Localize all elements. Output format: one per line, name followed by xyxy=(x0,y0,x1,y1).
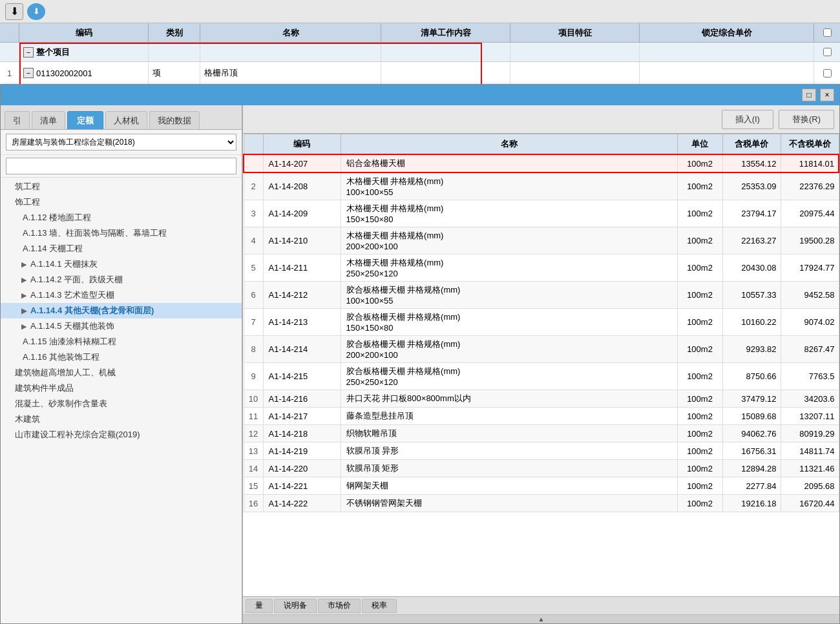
row-tax: 10557.33 xyxy=(722,282,781,309)
tree-item[interactable]: 建筑构件半成品 xyxy=(1,380,242,396)
row-num: 7 xyxy=(244,309,263,336)
row-name: 木格栅天棚 井格规格(mm)250×250×120 xyxy=(341,255,677,282)
row-num: 16 xyxy=(244,495,263,512)
expand-all-btn[interactable]: − xyxy=(23,47,34,57)
row-code: A1-14-219 xyxy=(263,442,341,460)
table-row[interactable]: 15A1-14-221钢网架天棚100m22277.842095.68 xyxy=(244,477,839,495)
row-notax: 9074.02 xyxy=(781,309,839,336)
row-name: 软膜吊顶 矩形 xyxy=(341,460,677,477)
circle-down-btn[interactable]: ⬇ xyxy=(27,3,45,20)
tree-item-label: A.1.14.4 其他天棚(含龙骨和面层) xyxy=(30,305,154,317)
col-unit-header: 单位 xyxy=(677,134,722,155)
table-row[interactable]: 13A1-14-219软膜吊顶 异形100m216756.3114811.74 xyxy=(244,442,839,460)
tree-item[interactable]: ▶A.1.14.3 艺术造型天棚 xyxy=(1,287,242,303)
tree-arrow: ▶ xyxy=(21,260,30,269)
tree-item[interactable]: A.1.15 油漆涂料裱糊工程 xyxy=(1,334,242,349)
row-notax: 11321.46 xyxy=(781,460,839,477)
tree-item[interactable]: 混凝土、砂浆制作含量表 xyxy=(1,396,242,411)
row1-checkbox[interactable] xyxy=(823,69,832,78)
table-row[interactable]: 10A1-14-216井口天花 井口板800×800mm以内100m237479… xyxy=(244,390,839,408)
tree-item-label: A.1.16 其他装饰工程 xyxy=(23,351,100,363)
tree-item[interactable]: ▶A.1.14.5 天棚其他装饰 xyxy=(1,318,242,334)
table-row[interactable]: 12A1-14-218织物软雕吊顶100m294062.7680919.29 xyxy=(244,425,839,442)
row-tax: 12894.28 xyxy=(722,460,781,477)
row-code: A1-14-217 xyxy=(263,408,341,425)
row-notax: 8267.47 xyxy=(781,336,839,363)
col-header-bianhao2: 编码 xyxy=(19,23,149,42)
table-row[interactable]: 2A1-14-208木格栅天棚 井格规格(mm)100×100×55100m22… xyxy=(244,172,839,200)
table-row[interactable]: 9A1-14-215胶合板格栅天棚 井格规格(mm)250×250×120100… xyxy=(244,363,839,390)
row-num: 8 xyxy=(244,336,263,363)
tree-item[interactable]: ▶A.1.14.2 平面、跌级天棚 xyxy=(1,272,242,287)
table-row[interactable]: A1-14-207铝合金格栅天棚100m213554.1211814.01 xyxy=(244,154,839,172)
row-code: A1-14-208 xyxy=(263,172,341,200)
row-code: A1-14-222 xyxy=(263,495,341,512)
tree-item[interactable]: A.1.12 楼地面工程 xyxy=(1,210,242,225)
table-row[interactable]: 16A1-14-222不锈钢钢管网架天棚100m219216.1816720.4… xyxy=(244,495,839,512)
down-arrow-btn[interactable]: ⬇ xyxy=(5,3,23,20)
col-header-checkbox xyxy=(814,23,840,42)
maximize-btn[interactable]: □ xyxy=(802,88,816,101)
table-row[interactable]: 7A1-14-213胶合板格栅天棚 井格规格(mm)150×150×80100m… xyxy=(244,309,839,336)
tab-dinge[interactable]: 定额 xyxy=(67,111,103,129)
row-code: A1-14-207 xyxy=(263,154,341,172)
table-row[interactable]: 8A1-14-214胶合板格栅天棚 井格规格(mm)200×200×100100… xyxy=(244,336,839,363)
row-name: 胶合板格栅天棚 井格规格(mm)100×100×55 xyxy=(341,282,677,309)
table-row[interactable]: 6A1-14-212胶合板格栅天棚 井格规格(mm)100×100×55100m… xyxy=(244,282,839,309)
tree-item[interactable]: A.1.13 墙、柱面装饰与隔断、幕墙工程 xyxy=(1,225,242,241)
tree-item[interactable]: ▶A.1.14.4 其他天棚(含龙骨和面层) xyxy=(1,303,242,318)
table-row[interactable]: 4A1-14-210木格栅天棚 井格规格(mm)200×200×100100m2… xyxy=(244,227,839,255)
row-num: 11 xyxy=(244,408,263,425)
tree-item[interactable]: 木建筑 xyxy=(1,411,242,427)
tree-item-label: 建筑构件半成品 xyxy=(15,382,74,394)
tab-rencaiji[interactable]: 人材机 xyxy=(105,111,147,129)
tree-item[interactable]: A.1.14 天棚工程 xyxy=(1,241,242,256)
select-all-checkbox[interactable] xyxy=(823,28,832,37)
tab-qingdan[interactable]: 清单 xyxy=(32,111,65,129)
tab-mydata[interactable]: 我的数据 xyxy=(149,111,200,129)
whole-project-label: 整个项目 xyxy=(36,47,70,58)
table-row[interactable]: 11A1-14-217藤条造型悬挂吊顶100m215089.6813207.11 xyxy=(244,408,839,425)
data-table-container[interactable]: 编码 名称 单位 含税单价 不含税单价 A1-14-207铝合金格栅天棚100m… xyxy=(243,134,839,596)
row-tax: 8750.66 xyxy=(722,363,781,390)
row-tax: 94062.76 xyxy=(722,425,781,442)
replace-btn[interactable]: 替换(R) xyxy=(779,110,834,129)
tree-item[interactable]: 饰工程 xyxy=(1,194,242,210)
expand-row-btn[interactable]: − xyxy=(23,68,34,78)
search-input[interactable] xyxy=(6,158,236,174)
bottom-tab-0[interactable]: 量 xyxy=(246,599,273,613)
table-row[interactable]: 3A1-14-209木格栅天棚 井格规格(mm)150×150×80100m22… xyxy=(244,200,839,227)
close-btn[interactable]: × xyxy=(820,88,834,101)
row-all-checkbox[interactable] xyxy=(823,48,832,56)
quota-dropdown[interactable]: 房屋建筑与装饰工程综合定额(2018) xyxy=(6,134,236,151)
row-unit: 100m2 xyxy=(677,200,722,227)
row-tax: 16756.31 xyxy=(722,442,781,460)
col-header-leibie: 类别 xyxy=(149,23,200,42)
row-notax: 34203.6 xyxy=(781,390,839,408)
row-notax: 7763.5 xyxy=(781,363,839,390)
tree-item[interactable]: A.1.16 其他装饰工程 xyxy=(1,349,242,365)
scroll-up-indicator[interactable]: ▲ xyxy=(538,616,545,623)
bottom-tab-3[interactable]: 税率 xyxy=(362,599,397,613)
table-row[interactable]: 14A1-14-220软膜吊顶 矩形100m212894.2811321.46 xyxy=(244,460,839,477)
tree-item-label: 建筑物超高增加人工、机械 xyxy=(15,367,116,379)
row-notax: 22376.29 xyxy=(781,172,839,200)
insert-btn[interactable]: 插入(I) xyxy=(722,110,773,129)
row-unit: 100m2 xyxy=(677,255,722,282)
tree-item[interactable]: 建筑物超高增加人工、机械 xyxy=(1,365,242,380)
row-code: A1-14-218 xyxy=(263,425,341,442)
table-row[interactable]: 5A1-14-211木格栅天棚 井格规格(mm)250×250×120100m2… xyxy=(244,255,839,282)
tree-item[interactable]: 山市建设工程补充综合定额(2019) xyxy=(1,427,242,442)
row-code: A1-14-214 xyxy=(263,336,341,363)
tree-item[interactable]: 筑工程 xyxy=(1,179,242,194)
row-code: A1-14-221 xyxy=(263,477,341,495)
tree-item-label: A.1.12 楼地面工程 xyxy=(23,212,91,224)
bottom-tab-1[interactable]: 说明备 xyxy=(274,599,317,613)
bottom-tab-2[interactable]: 市场价 xyxy=(318,599,361,613)
tree-item-label: A.1.14.3 艺术造型天棚 xyxy=(30,289,114,301)
tree-item-label: A.1.14.1 天棚抹灰 xyxy=(30,258,98,270)
row-tax: 9293.82 xyxy=(722,336,781,363)
tab-yin[interactable]: 引 xyxy=(5,111,30,129)
row-name: 钢网架天棚 xyxy=(341,477,677,495)
tree-item[interactable]: ▶A.1.14.1 天棚抹灰 xyxy=(1,256,242,272)
